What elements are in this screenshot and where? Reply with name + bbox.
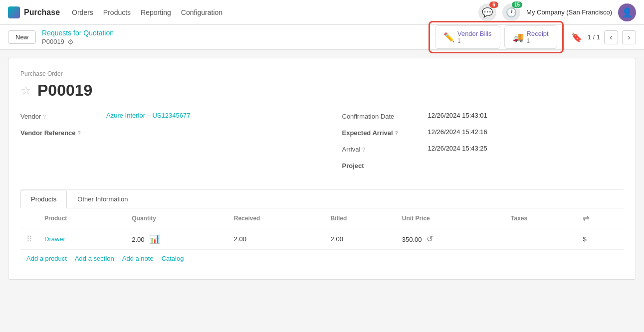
tab-other-information[interactable]: Other Information bbox=[67, 190, 138, 208]
taxes-cell[interactable] bbox=[505, 228, 577, 250]
order-type-label: Purchase Order bbox=[20, 70, 624, 77]
receipt-count: 1 bbox=[527, 37, 530, 44]
arrival-label: Arrival ? bbox=[342, 145, 422, 153]
unit-price-cell: 350.00 ↺ bbox=[396, 228, 505, 250]
taxes-col-header: Taxes bbox=[505, 208, 577, 228]
receipt-icon: 🚚 bbox=[513, 32, 524, 43]
received-value: 2.00 bbox=[234, 235, 246, 243]
add-actions-row: Add a product Add a section Add a note C… bbox=[20, 250, 624, 267]
billed-cell: 2.00 bbox=[325, 228, 396, 250]
products-table-wrapper: Product Quantity Received Billed Unit Pr… bbox=[20, 208, 624, 250]
col-adjust-icon: ⇌ bbox=[583, 214, 589, 222]
order-id: P00019 bbox=[37, 81, 92, 100]
products-table: Product Quantity Received Billed Unit Pr… bbox=[20, 208, 624, 250]
drag-handle-cell: ⠿ bbox=[20, 228, 38, 250]
drag-col-header bbox=[20, 208, 38, 228]
settings-gear-icon[interactable]: ⚙ bbox=[67, 38, 74, 46]
expected-arrival-value: 12/26/2024 15:42:16 bbox=[428, 128, 616, 136]
add-section-link[interactable]: Add a section bbox=[75, 255, 114, 262]
arrival-row: Arrival ? 12/26/2024 15:43:25 bbox=[342, 145, 616, 153]
prev-page-button[interactable]: ‹ bbox=[604, 30, 618, 44]
unit-price-col-header: Unit Price bbox=[396, 208, 505, 228]
nav-links: Orders Products Reporting Configuration bbox=[72, 6, 222, 18]
chat-button[interactable]: 💬 6 bbox=[478, 3, 496, 21]
product-cell: Drawer bbox=[38, 228, 126, 250]
activity-badge: 15 bbox=[512, 1, 522, 8]
nav-orders[interactable]: Orders bbox=[72, 6, 93, 18]
tabs: Products Other Information bbox=[20, 190, 624, 208]
favorite-button[interactable]: ☆ bbox=[20, 84, 31, 98]
vendor-bills-label: Vendor Bills bbox=[457, 30, 492, 37]
sub-navigation: New Requests for Quotation P00019 ⚙ ✏️ V… bbox=[0, 25, 644, 50]
billed-value: 2.00 bbox=[331, 235, 343, 243]
confirmation-date-row: Confirmation Date 12/26/2024 15:43:01 bbox=[342, 112, 616, 120]
new-button[interactable]: New bbox=[8, 30, 36, 44]
app-logo[interactable]: Purchase bbox=[8, 6, 60, 18]
nav-right: 💬 6 🕐 15 My Company (San Francisco) 👤 bbox=[478, 3, 636, 21]
product-col-header: Product bbox=[38, 208, 126, 228]
confirmation-date-label: Confirmation Date bbox=[342, 112, 422, 120]
app-name: Purchase bbox=[24, 8, 60, 17]
confirmation-date-value: 12/26/2024 15:43:01 bbox=[428, 112, 616, 119]
chat-badge: 6 bbox=[489, 1, 498, 8]
vendor-bills-count: 1 bbox=[457, 37, 461, 44]
project-row: Project bbox=[342, 161, 616, 169]
quantity-cell: 2.00 📊 bbox=[126, 228, 228, 250]
vendor-ref-label: Vendor Reference ? bbox=[20, 128, 100, 137]
form-left-column: Vendor ? Azure Interior – US12345677 Ven… bbox=[20, 112, 322, 177]
breadcrumb-current-row: P00019 ⚙ bbox=[42, 38, 114, 46]
order-id-row: ☆ P00019 bbox=[20, 81, 624, 100]
vendor-help-icon[interactable]: ? bbox=[43, 114, 46, 120]
expected-arrival-row: Expected Arrival ? 12/26/2024 15:42:16 bbox=[342, 128, 616, 137]
expected-arrival-help-icon[interactable]: ? bbox=[395, 130, 398, 136]
vendor-ref-help-icon[interactable]: ? bbox=[77, 130, 81, 136]
pagination: 🔖 1 / 1 ‹ › bbox=[570, 30, 636, 44]
drag-handle-icon[interactable]: ⠿ bbox=[26, 235, 32, 243]
page-indicator: 1 / 1 bbox=[588, 33, 600, 41]
received-col-header: Received bbox=[228, 208, 325, 228]
quantity-col-header: Quantity bbox=[126, 208, 228, 228]
received-cell: 2.00 bbox=[228, 228, 325, 250]
receipt-button[interactable]: 🚚 Receipt 1 bbox=[504, 25, 557, 49]
quantity-value: 2.00 bbox=[132, 236, 144, 243]
nav-configuration[interactable]: Configuration bbox=[181, 6, 222, 18]
user-avatar[interactable]: 👤 bbox=[618, 3, 636, 21]
vendor-value[interactable]: Azure Interior – US12345677 bbox=[106, 112, 314, 119]
product-name-link[interactable]: Drawer bbox=[44, 235, 65, 243]
table-header-row: Product Quantity Received Billed Unit Pr… bbox=[20, 208, 624, 228]
add-product-link[interactable]: Add a product bbox=[26, 255, 67, 262]
nav-reporting[interactable]: Reporting bbox=[141, 6, 171, 18]
nav-products[interactable]: Products bbox=[103, 6, 131, 18]
catalog-link[interactable]: Catalog bbox=[162, 255, 184, 262]
bookmark-button[interactable]: 🔖 bbox=[570, 30, 584, 44]
unit-price-value: 350.00 bbox=[402, 236, 422, 243]
breadcrumb-parent[interactable]: Requests for Quotation bbox=[42, 29, 114, 37]
form-fields: Vendor ? Azure Interior – US12345677 Ven… bbox=[20, 112, 624, 177]
tab-products[interactable]: Products bbox=[20, 190, 67, 208]
next-page-button[interactable]: › bbox=[622, 30, 636, 44]
col-adjust[interactable]: ⇌ bbox=[577, 208, 624, 228]
breadcrumb-current: P00019 bbox=[42, 38, 64, 45]
amount-cell: $ bbox=[577, 228, 624, 250]
activity-button[interactable]: 🕐 15 bbox=[502, 3, 520, 21]
main-form: Purchase Order ☆ P00019 Vendor ? Azure I… bbox=[8, 58, 636, 280]
smart-buttons-group: ✏️ Vendor Bills 1 🚚 Receipt 1 bbox=[429, 21, 564, 53]
company-name: My Company (San Francisco) bbox=[526, 8, 612, 16]
vendor-bills-button[interactable]: ✏️ Vendor Bills 1 bbox=[435, 25, 500, 49]
billed-col-header: Billed bbox=[325, 208, 396, 228]
project-label: Project bbox=[342, 161, 422, 169]
table-row: ⠿ Drawer 2.00 📊 2.00 2.00 bbox=[20, 228, 624, 250]
breadcrumb: Requests for Quotation P00019 ⚙ bbox=[42, 29, 114, 46]
vendor-bills-icon: ✏️ bbox=[443, 32, 454, 43]
add-note-link[interactable]: Add a note bbox=[122, 255, 154, 262]
vendor-ref-field-row: Vendor Reference ? bbox=[20, 128, 314, 137]
vendor-field-row: Vendor ? Azure Interior – US12345677 bbox=[20, 112, 314, 120]
vendor-label: Vendor ? bbox=[20, 112, 100, 120]
arrival-help-icon[interactable]: ? bbox=[362, 147, 365, 153]
receipt-label: Receipt bbox=[527, 30, 549, 37]
arrival-value: 12/26/2024 15:43:25 bbox=[428, 145, 616, 152]
form-right-column: Confirmation Date 12/26/2024 15:43:01 Ex… bbox=[322, 112, 624, 177]
reset-price-icon[interactable]: ↺ bbox=[427, 235, 433, 243]
logo-icon bbox=[8, 6, 20, 18]
quantity-chart-icon[interactable]: 📊 bbox=[149, 234, 160, 244]
